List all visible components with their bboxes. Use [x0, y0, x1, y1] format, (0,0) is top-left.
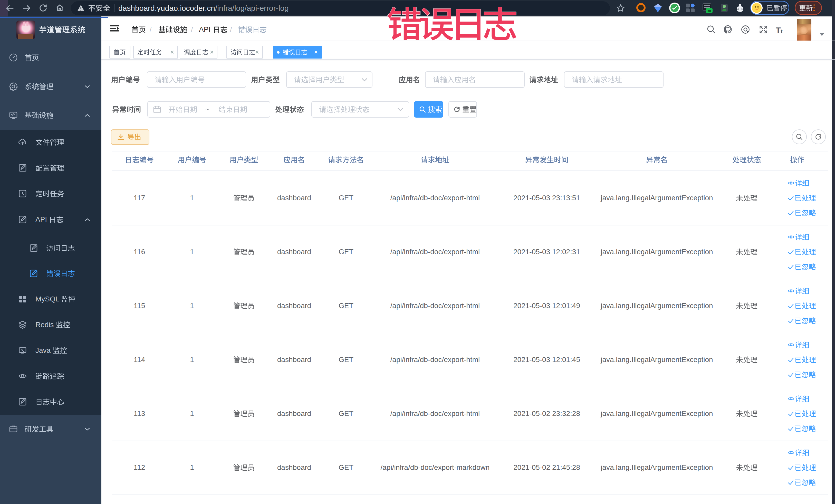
svg-text:on: on — [708, 9, 711, 12]
